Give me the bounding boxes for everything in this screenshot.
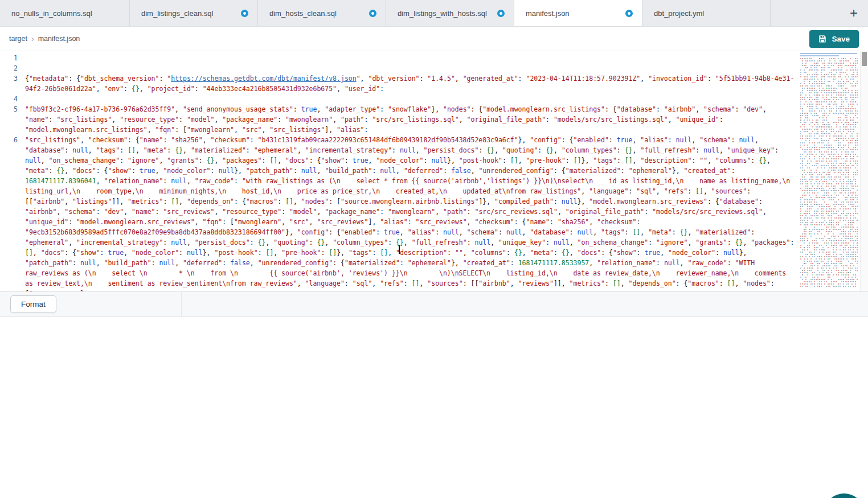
line-number: 3 — [0, 73, 25, 94]
format-bar: Format — [0, 291, 868, 317]
new-tab-button[interactable]: + — [846, 5, 861, 21]
scrollbar-thumb[interactable] — [862, 52, 867, 66]
line-number: 6 — [0, 135, 25, 291]
editor-minimap[interactable] — [799, 51, 860, 291]
editor-scrollbar[interactable] — [860, 51, 868, 291]
format-button[interactable]: Format — [10, 295, 56, 313]
tab-dim_listings_clean.sql[interactable]: dim_listings_clean.sql — [130, 0, 258, 26]
save-button-label: Save — [832, 35, 850, 43]
tab-bar-spacer: + — [771, 0, 868, 26]
code-line: 4 — [0, 94, 799, 104]
code-line: 3{"metadata": {"dbt_schema_version": "ht… — [0, 73, 799, 94]
code-text[interactable] — [25, 94, 799, 104]
code-text[interactable]: "src_listings", "checksum": {"name": "sh… — [25, 135, 799, 291]
line-number: 1 — [0, 53, 25, 63]
results-panel — [0, 317, 868, 497]
floppy-disk-icon — [818, 35, 826, 43]
code-line: 2 — [0, 63, 799, 73]
code-text[interactable]: {"metadata": {"dbt_schema_version": "htt… — [25, 73, 799, 94]
pane-divider — [181, 292, 182, 316]
tab-label: dim_hosts_clean.sql — [269, 9, 337, 18]
breadcrumb-bar: target › manifest.json Save — [0, 27, 868, 51]
tab-dim_hosts_clean.sql[interactable]: dim_hosts_clean.sql — [258, 0, 386, 26]
tab-dbt_project.yml[interactable]: dbt_project.yml — [642, 0, 771, 26]
tab-label: dim_listings_with_hosts.sql — [398, 9, 487, 18]
breadcrumb-folder: target — [9, 35, 27, 43]
tab-bar: no_nulls_in_columns.sqldim_listings_clea… — [0, 0, 868, 27]
code-line: 1 — [0, 53, 799, 63]
code-text[interactable] — [25, 53, 799, 63]
tab-dim_listings_with_hosts.sql[interactable]: dim_listings_with_hosts.sql — [386, 0, 514, 26]
line-number: 5 — [0, 104, 25, 135]
code-line: 6"src_listings", "checksum": {"name": "s… — [0, 135, 799, 291]
save-button[interactable]: Save — [809, 30, 859, 48]
breadcrumb-file: manifest.json — [38, 35, 80, 43]
text-caret — [399, 245, 400, 254]
tab-label: no_nulls_in_columns.sql — [11, 9, 92, 18]
line-number: 4 — [0, 94, 25, 104]
tab-no_nulls_in_columns.sql[interactable]: no_nulls_in_columns.sql — [0, 0, 130, 26]
tab-manifest.json[interactable]: manifest.json — [514, 0, 642, 26]
code-text[interactable] — [25, 63, 799, 73]
unsaved-changes-dot-icon — [625, 10, 633, 17]
code-line: 5"fbb9f3c2-cf96-4a17-b736-976a62d35ff9",… — [0, 104, 799, 135]
code-area[interactable]: 1 2 3{"metadata": {"dbt_schema_version":… — [0, 51, 799, 291]
code-editor: 1 2 3{"metadata": {"dbt_schema_version":… — [0, 51, 868, 291]
line-number: 2 — [0, 63, 25, 73]
tab-label: dbt_project.yml — [654, 9, 704, 18]
code-text[interactable]: "fbb9f3c2-cf96-4a17-b736-976a62d35ff9", … — [25, 104, 799, 135]
unsaved-changes-dot-icon — [241, 10, 248, 17]
unsaved-changes-dot-icon — [497, 10, 505, 17]
breadcrumb-separator-icon: › — [31, 34, 34, 43]
unsaved-changes-dot-icon — [369, 10, 376, 17]
tab-label: manifest.json — [526, 9, 570, 18]
tab-label: dim_listings_clean.sql — [141, 9, 213, 18]
